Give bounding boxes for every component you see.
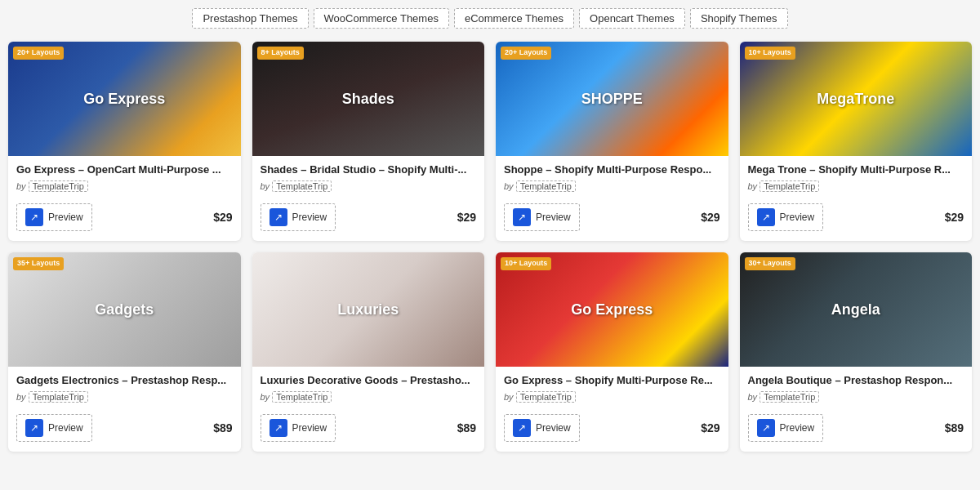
product-author: by TemplateTrip — [261, 391, 477, 403]
product-thumbnail: Angela 30+ Layouts — [740, 252, 973, 367]
author-name: TemplateTrip — [516, 180, 576, 192]
product-actions: ↗ Preview $29 — [252, 203, 485, 231]
preview-button[interactable]: ↗ Preview — [748, 414, 824, 442]
product-grid: Go Express 20+ Layouts Go Express – Open… — [8, 42, 972, 452]
product-thumbnail: SHOPPE 20+ Layouts — [496, 42, 728, 156]
product-price: $29 — [213, 211, 232, 224]
preview-icon: ↗ — [25, 208, 43, 226]
preview-label: Preview — [48, 422, 83, 434]
nav-tab-opencart[interactable]: Opencart Themes — [579, 8, 685, 29]
product-actions: ↗ Preview $89 — [8, 414, 241, 442]
product-title: Angela Boutique – Prestashop Respon... — [748, 373, 964, 388]
preview-label: Preview — [780, 212, 815, 223]
preview-icon: ↗ — [757, 419, 775, 437]
product-title: Shoppe – Shopify Multi-Purpose Respo... — [504, 163, 720, 177]
product-badge: 35+ Layouts — [13, 257, 64, 270]
product-info: Mega Trone – Shopify Multi-Purpose R... … — [740, 156, 973, 203]
preview-label: Preview — [536, 422, 571, 434]
author-by-label: by — [504, 181, 514, 191]
product-info: Luxuries Decorative Goods – Prestasho...… — [252, 367, 485, 414]
author-name: TemplateTrip — [272, 180, 332, 192]
thumb-logo: SHOPPE — [581, 91, 643, 108]
product-price: $29 — [701, 421, 719, 434]
author-by-label: by — [261, 181, 270, 191]
preview-icon: ↗ — [270, 419, 287, 437]
product-price: $89 — [457, 421, 476, 434]
author-name: TemplateTrip — [760, 180, 819, 192]
product-title: Go Express – OpenCart Multi-Purpose ... — [16, 163, 233, 177]
nav-tab-ecommerce[interactable]: eCommerce Themes — [454, 8, 574, 29]
product-info: Go Express – Shopify Multi-Purpose Re...… — [496, 367, 728, 414]
preview-button[interactable]: ↗ Preview — [504, 203, 580, 231]
product-thumbnail: Go Express 20+ Layouts — [8, 42, 241, 156]
product-thumbnail: Gadgets 35+ Layouts — [8, 252, 241, 367]
nav-tab-woocommerce[interactable]: WooCommerce Themes — [314, 8, 449, 29]
product-actions: ↗ Preview $29 — [496, 203, 728, 231]
preview-button[interactable]: ↗ Preview — [261, 203, 336, 231]
product-author: by TemplateTrip — [16, 180, 233, 192]
thumb-logo: Luxuries — [337, 301, 399, 318]
preview-button[interactable]: ↗ Preview — [504, 414, 580, 442]
preview-button[interactable]: ↗ Preview — [748, 203, 824, 231]
thumb-logo: Go Express — [83, 91, 165, 108]
product-card: Luxuries Luxuries Decorative Goods – Pre… — [252, 252, 485, 452]
product-author: by TemplateTrip — [748, 391, 964, 403]
preview-button[interactable]: ↗ Preview — [16, 414, 92, 442]
product-title: Luxuries Decorative Goods – Prestasho... — [261, 373, 477, 388]
product-badge: 10+ Layouts — [745, 47, 795, 60]
thumb-logo: MegaTrone — [817, 91, 894, 108]
product-info: Go Express – OpenCart Multi-Purpose ... … — [8, 156, 241, 203]
product-card: Go Express 20+ Layouts Go Express – Open… — [8, 42, 241, 241]
product-thumbnail: Go Express 10+ Layouts — [496, 252, 728, 367]
preview-label: Preview — [48, 212, 83, 223]
preview-label: Preview — [292, 212, 327, 223]
thumb-logo: Gadgets — [95, 301, 154, 318]
author-by-label: by — [16, 392, 26, 402]
product-title: Mega Trone – Shopify Multi-Purpose R... — [748, 163, 964, 177]
product-author: by TemplateTrip — [504, 391, 720, 403]
nav-tab-prestashop[interactable]: Prestashop Themes — [192, 8, 308, 29]
product-badge: 10+ Layouts — [501, 257, 551, 270]
product-actions: ↗ Preview $29 — [8, 203, 241, 231]
product-card: Angela 30+ Layouts Angela Boutique – Pre… — [740, 252, 973, 452]
product-card: Go Express 10+ Layouts Go Express – Shop… — [496, 252, 728, 452]
product-thumbnail: Shades 8+ Layouts — [252, 42, 485, 156]
thumb-logo: Go Express — [571, 301, 653, 318]
product-actions: ↗ Preview $29 — [496, 414, 728, 442]
product-title: Gadgets Electronics – Prestashop Resp... — [16, 373, 233, 388]
product-card: Shades 8+ Layouts Shades – Bridal Studio… — [252, 42, 485, 241]
product-price: $29 — [945, 211, 964, 224]
product-thumbnail: Luxuries — [252, 252, 485, 367]
preview-icon: ↗ — [270, 208, 287, 226]
product-badge: 30+ Layouts — [745, 257, 795, 270]
product-price: $89 — [213, 421, 232, 434]
product-info: Shoppe – Shopify Multi-Purpose Respo... … — [496, 156, 728, 203]
author-name: TemplateTrip — [29, 180, 88, 192]
product-title: Go Express – Shopify Multi-Purpose Re... — [504, 373, 720, 388]
author-by-label: by — [261, 392, 270, 402]
product-actions: ↗ Preview $29 — [740, 203, 973, 231]
author-name: TemplateTrip — [760, 391, 819, 403]
product-thumbnail: MegaTrone 10+ Layouts — [740, 42, 973, 156]
product-author: by TemplateTrip — [261, 180, 477, 192]
author-name: TemplateTrip — [272, 391, 332, 403]
product-badge: 20+ Layouts — [13, 47, 64, 60]
nav-tab-shopify[interactable]: Shopify Themes — [690, 8, 788, 29]
product-actions: ↗ Preview $89 — [252, 414, 485, 442]
preview-icon: ↗ — [513, 419, 531, 437]
preview-button[interactable]: ↗ Preview — [261, 414, 336, 442]
product-card: Gadgets 35+ Layouts Gadgets Electronics … — [8, 252, 241, 452]
product-badge: 20+ Layouts — [501, 47, 551, 60]
preview-label: Preview — [292, 422, 327, 434]
thumb-logo: Shades — [342, 91, 394, 108]
product-price: $89 — [945, 421, 964, 434]
product-author: by TemplateTrip — [504, 180, 720, 192]
nav-tabs: Prestashop ThemesWooCommerce ThemeseComm… — [8, 8, 972, 29]
product-title: Shades – Bridal Studio – Shopify Multi-.… — [261, 163, 477, 177]
preview-button[interactable]: ↗ Preview — [16, 203, 92, 231]
preview-label: Preview — [536, 212, 571, 223]
product-badge: 8+ Layouts — [257, 47, 304, 60]
product-actions: ↗ Preview $89 — [740, 414, 973, 442]
product-info: Gadgets Electronics – Prestashop Resp...… — [8, 367, 241, 414]
author-by-label: by — [504, 392, 514, 402]
